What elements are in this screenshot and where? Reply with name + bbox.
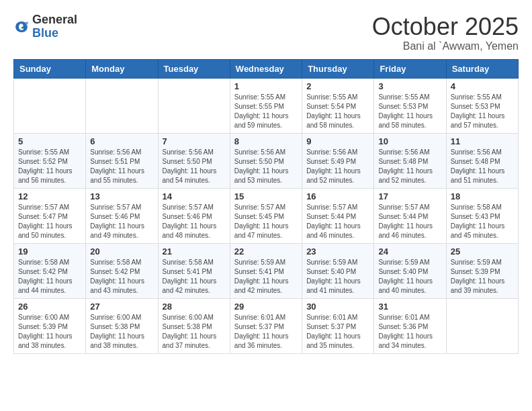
day-info: Sunrise: 6:00 AM Sunset: 5:38 PM Dayligh… <box>90 313 153 351</box>
logo-text: General Blue <box>32 13 77 40</box>
day-number: 13 <box>90 191 153 201</box>
weekday-header-wednesday: Wednesday <box>230 59 302 78</box>
day-info: Sunrise: 5:58 AM Sunset: 5:42 PM Dayligh… <box>90 258 153 295</box>
day-number: 29 <box>234 302 298 312</box>
day-info: Sunrise: 5:57 AM Sunset: 5:45 PM Dayligh… <box>234 203 298 240</box>
day-number: 27 <box>90 302 153 312</box>
day-number: 5 <box>18 136 81 146</box>
day-number: 22 <box>234 246 298 257</box>
weekday-header-thursday: Thursday <box>302 59 374 78</box>
day-info: Sunrise: 5:59 AM Sunset: 5:41 PM Dayligh… <box>234 258 298 295</box>
calendar-cell: 19Sunrise: 5:58 AM Sunset: 5:42 PM Dayli… <box>14 243 86 298</box>
calendar-cell: 28Sunrise: 6:00 AM Sunset: 5:38 PM Dayli… <box>158 298 230 353</box>
day-number: 23 <box>306 246 369 257</box>
day-info: Sunrise: 5:57 AM Sunset: 5:47 PM Dayligh… <box>18 203 81 240</box>
weekday-header-tuesday: Tuesday <box>158 59 230 78</box>
day-number: 1 <box>234 81 298 91</box>
calendar-cell: 23Sunrise: 5:59 AM Sunset: 5:40 PM Dayli… <box>302 243 374 298</box>
weekday-header-saturday: Saturday <box>446 59 518 78</box>
day-number: 2 <box>306 81 369 91</box>
day-info: Sunrise: 5:56 AM Sunset: 5:48 PM Dayligh… <box>378 148 441 185</box>
day-info: Sunrise: 6:01 AM Sunset: 5:37 PM Dayligh… <box>306 313 369 351</box>
page-header: General Blue October 2025 Bani al `Awwam… <box>13 13 519 52</box>
weekday-header-monday: Monday <box>86 59 158 78</box>
day-number: 12 <box>18 191 81 201</box>
day-info: Sunrise: 5:57 AM Sunset: 5:44 PM Dayligh… <box>378 203 441 240</box>
day-number: 26 <box>18 302 81 312</box>
day-info: Sunrise: 5:55 AM Sunset: 5:53 PM Dayligh… <box>378 93 441 130</box>
calendar-cell: 3Sunrise: 5:55 AM Sunset: 5:53 PM Daylig… <box>374 78 446 133</box>
day-info: Sunrise: 5:58 AM Sunset: 5:43 PM Dayligh… <box>451 203 514 240</box>
calendar-cell: 9Sunrise: 5:56 AM Sunset: 5:49 PM Daylig… <box>302 133 374 188</box>
calendar-cell: 21Sunrise: 5:58 AM Sunset: 5:41 PM Dayli… <box>158 243 230 298</box>
day-number: 31 <box>378 302 441 312</box>
day-info: Sunrise: 5:57 AM Sunset: 5:46 PM Dayligh… <box>90 203 153 240</box>
calendar-cell: 31Sunrise: 6:01 AM Sunset: 5:36 PM Dayli… <box>374 298 446 353</box>
day-number: 18 <box>451 191 514 201</box>
day-number: 14 <box>163 191 226 201</box>
calendar-cell: 13Sunrise: 5:57 AM Sunset: 5:46 PM Dayli… <box>86 188 158 243</box>
day-info: Sunrise: 5:57 AM Sunset: 5:44 PM Dayligh… <box>306 203 369 240</box>
calendar-cell: 2Sunrise: 5:55 AM Sunset: 5:54 PM Daylig… <box>302 78 374 133</box>
calendar-cell: 24Sunrise: 5:59 AM Sunset: 5:40 PM Dayli… <box>374 243 446 298</box>
calendar-cell: 25Sunrise: 5:59 AM Sunset: 5:39 PM Dayli… <box>446 243 518 298</box>
day-info: Sunrise: 6:01 AM Sunset: 5:37 PM Dayligh… <box>234 313 298 351</box>
day-number: 20 <box>90 246 153 257</box>
day-number: 16 <box>306 191 369 201</box>
day-number: 21 <box>163 246 226 257</box>
day-info: Sunrise: 5:59 AM Sunset: 5:40 PM Dayligh… <box>378 258 441 295</box>
day-number: 17 <box>378 191 441 201</box>
day-number: 11 <box>451 136 514 146</box>
day-number: 8 <box>234 136 298 146</box>
calendar-cell: 6Sunrise: 5:56 AM Sunset: 5:51 PM Daylig… <box>86 133 158 188</box>
calendar-week-5: 26Sunrise: 6:00 AM Sunset: 5:39 PM Dayli… <box>14 298 519 353</box>
calendar-body: 1Sunrise: 5:55 AM Sunset: 5:55 PM Daylig… <box>14 78 519 353</box>
calendar-cell: 27Sunrise: 6:00 AM Sunset: 5:38 PM Dayli… <box>86 298 158 353</box>
calendar-cell: 11Sunrise: 5:56 AM Sunset: 5:48 PM Dayli… <box>446 133 518 188</box>
weekday-header-sunday: Sunday <box>14 59 86 78</box>
calendar-week-4: 19Sunrise: 5:58 AM Sunset: 5:42 PM Dayli… <box>14 243 519 298</box>
calendar-cell: 20Sunrise: 5:58 AM Sunset: 5:42 PM Dayli… <box>86 243 158 298</box>
day-number: 24 <box>378 246 441 257</box>
location-subtitle: Bani al `Awwam, Yemen <box>372 40 519 52</box>
calendar-week-1: 1Sunrise: 5:55 AM Sunset: 5:55 PM Daylig… <box>14 78 519 133</box>
calendar-cell: 17Sunrise: 5:57 AM Sunset: 5:44 PM Dayli… <box>374 188 446 243</box>
calendar-cell: 15Sunrise: 5:57 AM Sunset: 5:45 PM Dayli… <box>230 188 302 243</box>
day-number: 25 <box>451 246 514 257</box>
day-number: 30 <box>306 302 369 312</box>
calendar-cell: 26Sunrise: 6:00 AM Sunset: 5:39 PM Dayli… <box>14 298 86 353</box>
calendar-cell: 10Sunrise: 5:56 AM Sunset: 5:48 PM Dayli… <box>374 133 446 188</box>
day-number: 4 <box>451 81 514 91</box>
calendar-cell: 4Sunrise: 5:55 AM Sunset: 5:53 PM Daylig… <box>446 78 518 133</box>
calendar-cell: 29Sunrise: 6:01 AM Sunset: 5:37 PM Dayli… <box>230 298 302 353</box>
calendar-cell: 30Sunrise: 6:01 AM Sunset: 5:37 PM Dayli… <box>302 298 374 353</box>
day-info: Sunrise: 5:56 AM Sunset: 5:48 PM Dayligh… <box>451 148 514 185</box>
weekday-header-row: SundayMondayTuesdayWednesdayThursdayFrid… <box>14 59 519 78</box>
calendar-cell <box>86 78 158 133</box>
calendar-cell: 1Sunrise: 5:55 AM Sunset: 5:55 PM Daylig… <box>230 78 302 133</box>
month-title: October 2025 <box>372 13 519 40</box>
day-info: Sunrise: 5:56 AM Sunset: 5:50 PM Dayligh… <box>163 148 226 185</box>
calendar-cell: 16Sunrise: 5:57 AM Sunset: 5:44 PM Dayli… <box>302 188 374 243</box>
calendar-cell: 14Sunrise: 5:57 AM Sunset: 5:46 PM Dayli… <box>158 188 230 243</box>
day-number: 15 <box>234 191 298 201</box>
calendar-cell <box>158 78 230 133</box>
calendar-week-3: 12Sunrise: 5:57 AM Sunset: 5:47 PM Dayli… <box>14 188 519 243</box>
calendar-cell: 22Sunrise: 5:59 AM Sunset: 5:41 PM Dayli… <box>230 243 302 298</box>
calendar-cell <box>446 298 518 353</box>
day-info: Sunrise: 5:56 AM Sunset: 5:50 PM Dayligh… <box>234 148 298 185</box>
logo-icon <box>13 19 30 35</box>
day-info: Sunrise: 6:00 AM Sunset: 5:38 PM Dayligh… <box>163 313 226 351</box>
title-block: October 2025 Bani al `Awwam, Yemen <box>372 13 519 52</box>
day-number: 10 <box>378 136 441 146</box>
day-number: 6 <box>90 136 153 146</box>
day-number: 19 <box>18 246 81 257</box>
day-info: Sunrise: 5:55 AM Sunset: 5:52 PM Dayligh… <box>18 148 81 185</box>
calendar-cell: 5Sunrise: 5:55 AM Sunset: 5:52 PM Daylig… <box>14 133 86 188</box>
day-info: Sunrise: 5:59 AM Sunset: 5:40 PM Dayligh… <box>306 258 369 295</box>
day-number: 3 <box>378 81 441 91</box>
calendar-header: SundayMondayTuesdayWednesdayThursdayFrid… <box>14 59 519 78</box>
weekday-header-friday: Friday <box>374 59 446 78</box>
calendar-table: SundayMondayTuesdayWednesdayThursdayFrid… <box>13 59 519 354</box>
calendar-cell: 8Sunrise: 5:56 AM Sunset: 5:50 PM Daylig… <box>230 133 302 188</box>
